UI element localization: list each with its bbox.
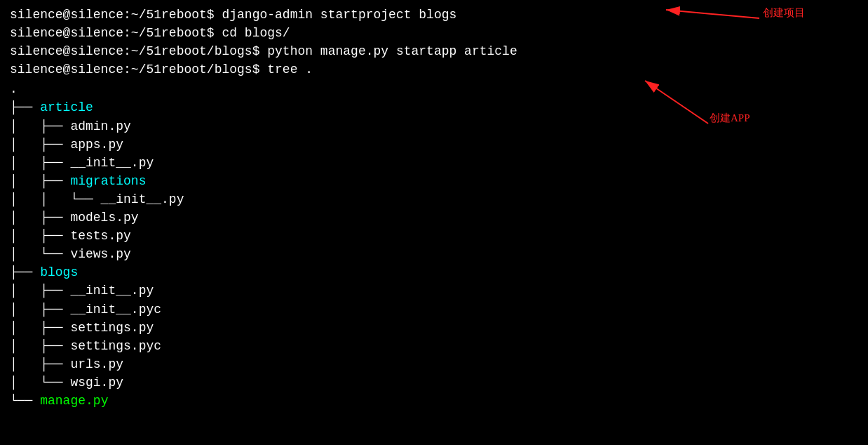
tree-item-urls: │ ├── urls.py [10, 355, 858, 373]
blogs-dir: blogs [40, 265, 78, 279]
tree-item-apps: │ ├── apps.py [10, 135, 858, 154]
tree-item-settingspyc: │ ├── settings.pyc [10, 337, 858, 355]
annotation-create-project: 创建项目 [763, 6, 805, 21]
cmd-line-4: silence@silence:~/51reboot/blogs$ tree . [10, 60, 858, 79]
tree-item-migrations: │ ├── migrations [10, 172, 858, 190]
tree-item-tests: │ ├── tests.py [10, 227, 858, 245]
tree-item-blogs-init1: │ ├── __init__.py [10, 281, 858, 300]
tree-item-views: │ └── views.py [10, 245, 858, 263]
cmd-line-2: silence@silence:~/51reboot$ cd blogs/ [10, 24, 858, 42]
cmd-line-3: silence@silence:~/51reboot/blogs$ python… [10, 42, 858, 60]
manage-file: manage.py [40, 394, 108, 408]
cmd2-text: silence@silence:~/51reboot$ cd blogs/ [10, 26, 290, 40]
tree-output: . ├── article │ ├── admin.py │ ├── apps.… [10, 80, 858, 410]
tree-item-settings: │ ├── settings.py [10, 319, 858, 337]
annotation-create-app: 创建APP [710, 111, 750, 126]
tree-item-blogs: ├── blogs [10, 263, 858, 281]
cmd3-text: silence@silence:~/51reboot/blogs$ python… [10, 44, 517, 58]
tree-item-blogs-initpyc: │ ├── __init__.pyc [10, 300, 858, 319]
terminal: silence@silence:~/51reboot$ django-admin… [0, 0, 868, 416]
tree-item-models: │ ├── models.py [10, 208, 858, 227]
tree-item-manage: └── manage.py [10, 392, 858, 410]
tree-item-migrations-init: │ │ └── __init__.py [10, 190, 858, 208]
migrations-dir: migrations [70, 174, 146, 188]
cmd1-text: silence@silence:~/51reboot$ django-admin… [10, 8, 456, 22]
tree-item-wsgi: │ └── wsgi.py [10, 373, 858, 392]
tree-root: . [10, 80, 858, 98]
tree-item-init1: │ ├── __init__.py [10, 154, 858, 172]
cmd4-text: silence@silence:~/51reboot/blogs$ tree . [10, 62, 313, 77]
article-dir: article [40, 100, 93, 114]
cmd-line-1: silence@silence:~/51reboot$ django-admin… [10, 6, 858, 24]
